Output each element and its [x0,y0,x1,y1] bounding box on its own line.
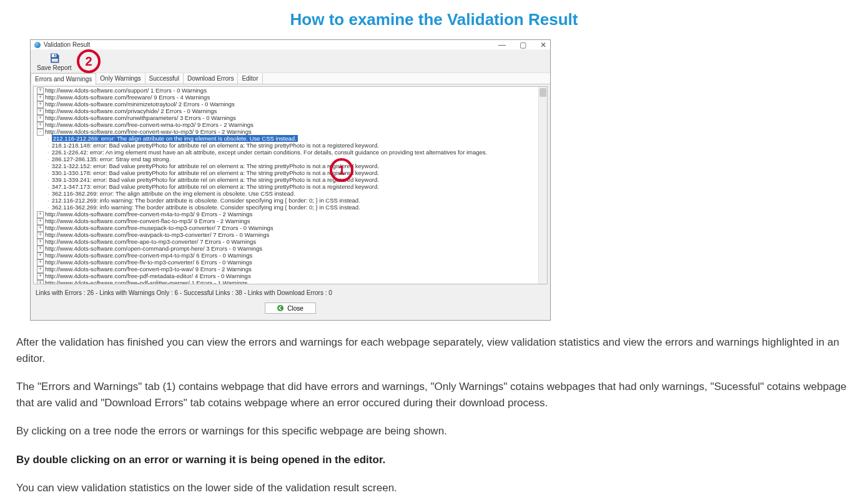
close-button-label: Close [287,305,303,312]
window-close-button[interactable]: ✕ [540,41,546,49]
tab-download-errors[interactable]: Download Errors [184,73,238,84]
scrollbar-thumb[interactable] [540,88,546,97]
tree-node[interactable]: +http://www.4dots-software.com/support/ … [34,87,547,94]
window-titlebar: Validation Result [31,40,550,49]
tree-node[interactable]: +http://www.4dots-software.com/free-wavp… [34,231,547,238]
svg-point-3 [277,305,284,311]
tab-only-warnings[interactable]: Only Warnings [96,73,145,84]
collapse-icon[interactable]: - [37,129,44,136]
tab-successful[interactable]: Successful [145,73,184,84]
paragraph: After the validation has finished you ca… [16,334,852,366]
app-favicon-icon [34,42,41,48]
svg-rect-0 [52,54,57,57]
window-minimize-button[interactable]: — [498,41,506,49]
tree-detail[interactable]: 330.1-330.178: error: Bad value prettyPh… [34,169,547,176]
tree-detail[interactable]: 212.116-212.269: info warning: The borde… [34,197,547,204]
tree-detail[interactable]: 322.1-322.152: error: Bad value prettyPh… [34,162,547,169]
tree-panel: +http://www.4dots-software.com/support/ … [33,86,548,284]
tree-node[interactable]: +http://www.4dots-software.com/free-muse… [34,224,547,231]
screenshot: Validation Result — ▢ ✕ Save Report Erro… [30,39,551,321]
tree-node[interactable]: +http://www.4dots-software.com/free-pdf-… [34,279,547,284]
save-report-button[interactable]: Save Report [34,51,74,72]
tree-node[interactable]: +http://www.4dots-software.com/privacyhi… [34,108,547,114]
tree-detail[interactable]: 218.1-218.148: error: Bad value prettyPh… [34,142,547,149]
tree-node[interactable]: +http://www.4dots-software.com/runwithpa… [34,114,547,121]
tree-node[interactable]: +http://www.4dots-software.com/free-flv-… [34,259,547,266]
tree-node[interactable]: +http://www.4dots-software.com/free-conv… [34,121,547,128]
paragraph: By clicking on a tree node the errors or… [16,423,852,439]
tree-node[interactable]: +http://www.4dots-software.com/freeware/… [34,94,547,101]
tree[interactable]: +http://www.4dots-software.com/support/ … [34,87,547,284]
tree-detail[interactable]: 362.116-362.269: info warning: The borde… [34,204,547,211]
back-arrow-icon [277,305,284,311]
paragraph: The "Errors and Warnings" tab (1) contai… [16,379,852,411]
tree-node[interactable]: +http://www.4dots-software.com/minimizet… [34,101,547,108]
window-maximize-button[interactable]: ▢ [520,41,526,49]
tree-node[interactable]: +http://www.4dots-software.com/free-conv… [34,218,547,224]
window-title: Validation Result [44,41,90,48]
svg-rect-2 [52,59,58,62]
toolbar: Save Report [31,49,550,73]
svg-rect-1 [54,54,56,56]
expand-icon[interactable]: + [37,280,44,284]
paragraph: You can view validation statistics on th… [16,480,852,496]
article-body: After the validation has finished you ca… [16,334,852,496]
paragraph: By double clicking on an error or warnin… [16,452,852,468]
tree-detail[interactable]: 226.1-226.42: error: An img element must… [34,149,547,156]
tabs: Errors and WarningsOnly WarningsSuccessf… [31,73,550,84]
save-report-label: Save Report [37,64,72,71]
save-icon [48,52,61,64]
tree-detail[interactable]: 286.127-286.135: error: Stray end tag st… [34,156,547,162]
tree-node[interactable]: +http://www.4dots-software.com/free-conv… [34,211,547,218]
tree-detail-selected[interactable]: 212.116-212.269: error: The align attrib… [34,135,547,142]
page-title: How to examine the Validation Result [16,10,852,29]
scrollbar[interactable] [538,87,547,284]
tree-node[interactable]: +http://www.4dots-software.com/open-comm… [34,245,547,252]
tree-node[interactable]: +http://www.4dots-software.com/free-conv… [34,252,547,259]
tree-node[interactable]: +http://www.4dots-software.com/free-ape-… [34,238,547,245]
tree-node[interactable]: +http://www.4dots-software.com/free-pdf-… [34,272,547,279]
tree-node[interactable]: +http://www.4dots-software.com/free-conv… [34,266,547,272]
close-button[interactable]: Close [265,302,316,314]
tab-editor[interactable]: Editor [238,73,262,84]
status-bar: Links with Errors : 26 - Links with Warn… [33,288,548,298]
tree-detail[interactable]: 362.116-362.269: error: The align attrib… [34,190,547,197]
tree-node-expanded[interactable]: -http://www.4dots-software.com/free-conv… [34,128,547,135]
tree-detail[interactable]: 347.1-347.173: error: Bad value prettyPh… [34,183,547,190]
tab-errors-and-warnings[interactable]: Errors and Warnings [31,73,96,84]
tree-detail[interactable]: 339.1-339.241: error: Bad value prettyPh… [34,176,547,183]
